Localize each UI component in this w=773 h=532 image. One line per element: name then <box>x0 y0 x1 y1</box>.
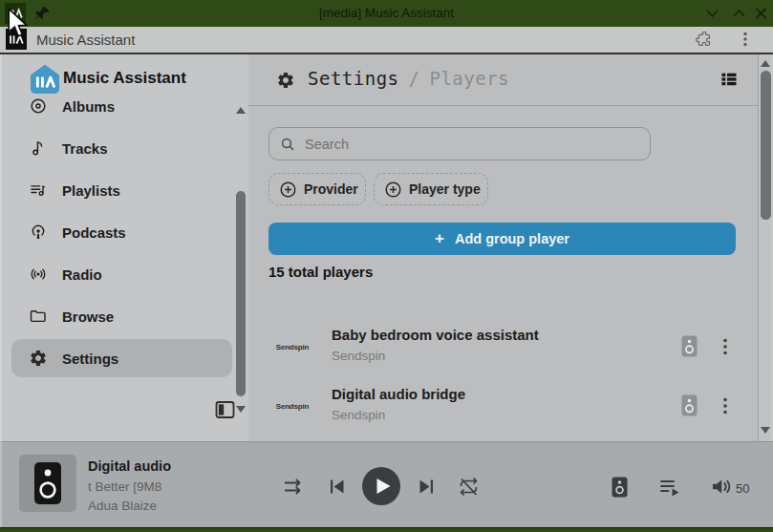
skip-previous-icon[interactable] <box>328 478 346 496</box>
now-playing-artist: Adua Blaize <box>88 499 157 513</box>
main-area: Music Assistant Albums Tracks <box>0 54 773 441</box>
window-minimize-icon[interactable] <box>705 7 719 20</box>
sidebar-item-label: Albums <box>62 98 115 115</box>
provider-wordmark: Sendspin <box>276 402 309 411</box>
sidebar-item-settings[interactable]: Settings <box>11 339 232 377</box>
folder-icon <box>29 307 48 326</box>
player-row[interactable]: Sendspin Digital audio bridge Sendspin <box>248 376 758 436</box>
window-bottom-border <box>0 528 773 532</box>
sidebar-item-playlists[interactable]: Playlists <box>11 171 232 209</box>
filter-chip-player-type[interactable]: Player type <box>374 173 488 205</box>
toolbar-page-title: Music Assistant <box>36 27 135 53</box>
plus-circle-icon <box>280 181 296 198</box>
filter-chip-label: Player type <box>409 181 481 197</box>
speaker-icon <box>32 460 63 506</box>
window-titlebar: [media] Music Assistant <box>0 0 773 27</box>
kebab-menu-icon[interactable] <box>718 396 733 415</box>
scroll-up-arrow[interactable] <box>761 60 770 67</box>
radio-broadcast-icon <box>29 265 48 284</box>
application-window: [media] Music Assistant Music Assistant <box>0 0 773 532</box>
window-maximize-icon[interactable] <box>732 7 746 20</box>
repeat-off-icon[interactable] <box>458 477 480 497</box>
filter-chip-provider[interactable]: Provider <box>268 173 366 205</box>
sidebar-item-label: Tracks <box>62 140 108 157</box>
music-assistant-logo-icon <box>29 63 61 96</box>
sidebar-item-label: Podcasts <box>62 224 126 241</box>
collapse-sidebar-icon[interactable] <box>215 399 235 420</box>
kebab-menu-icon[interactable] <box>718 337 733 356</box>
search-icon <box>280 137 295 152</box>
play-button[interactable] <box>362 467 400 505</box>
sidebar-item-tracks[interactable]: Tracks <box>11 129 232 167</box>
album-icon <box>29 98 48 116</box>
volume-level: 50 <box>736 481 749 496</box>
scroll-up-arrow[interactable] <box>236 107 246 114</box>
settings-players-panel: Settings/Players Provi <box>248 54 758 441</box>
provider-wordmark: Sendspin <box>276 343 309 351</box>
total-players-count: 15 total players <box>268 264 373 280</box>
player-bar: Digital audio t Better [9M8 Adua Blaize <box>0 441 773 528</box>
speaker-select-icon[interactable] <box>612 477 628 498</box>
sidebar-nav: Albums Tracks Playlists <box>0 98 235 441</box>
window-close-icon[interactable] <box>754 7 768 20</box>
add-group-player-button[interactable]: + Add group player <box>268 223 736 255</box>
player-name: Digital audio bridge <box>332 386 465 402</box>
page-header: Settings/Players <box>248 54 758 106</box>
view-list-icon[interactable] <box>719 70 739 89</box>
now-playing-artwork[interactable] <box>19 455 76 512</box>
skip-next-icon[interactable] <box>418 478 436 496</box>
scrollbar-thumb[interactable] <box>761 71 771 220</box>
sidebar-item-albums[interactable]: Albums <box>11 98 232 125</box>
add-group-player-label: Add group player <box>455 231 569 246</box>
sidebar-scrollbar[interactable] <box>235 107 247 422</box>
provider-logo: Sendspin <box>268 317 317 376</box>
window-left-edge <box>0 54 2 527</box>
breadcrumb-section[interactable]: Settings <box>308 68 399 89</box>
sidebar-item-label: Settings <box>62 351 118 367</box>
sidebar-item-browse[interactable]: Browse <box>11 297 232 335</box>
search-input[interactable] <box>303 136 622 153</box>
provider-logo: Sendspin <box>268 376 317 436</box>
sidebar: Music Assistant Albums Tracks <box>0 54 248 441</box>
search-field[interactable] <box>268 127 651 160</box>
breadcrumb-separator: / <box>399 68 430 89</box>
scroll-down-arrow[interactable] <box>236 406 246 413</box>
playlist-play-icon[interactable] <box>659 479 680 496</box>
player-provider: Sendspin <box>332 408 385 422</box>
volume-icon[interactable] <box>711 478 733 496</box>
breadcrumb-page: Players <box>429 68 509 89</box>
plus-icon: + <box>435 229 444 248</box>
player-row[interactable]: Sendspin Baby bedroom voice assistant Se… <box>248 317 758 376</box>
speaker-icon <box>681 394 698 416</box>
puzzle-extension-icon[interactable] <box>695 30 714 49</box>
filter-chip-label: Provider <box>304 181 358 197</box>
shuffle-off-icon[interactable] <box>283 478 305 496</box>
sidebar-item-podcasts[interactable]: Podcasts <box>11 213 232 251</box>
scroll-down-arrow[interactable] <box>761 427 770 434</box>
scrollbar-thumb[interactable] <box>236 191 246 396</box>
kebab-menu-icon[interactable] <box>737 31 754 48</box>
music-note-icon <box>29 138 48 158</box>
now-playing-track: t Better [9M8 <box>88 479 161 494</box>
gear-icon <box>29 349 48 368</box>
play-icon <box>376 478 392 495</box>
player-name: Baby bedroom voice assistant <box>332 327 539 343</box>
browser-toolbar: Music Assistant <box>0 27 773 54</box>
app-name: Music Assistant <box>63 69 186 88</box>
main-scrollbar[interactable] <box>758 54 773 441</box>
window-title: [media] Music Assistant <box>0 0 773 27</box>
gear-icon <box>276 71 295 90</box>
podcast-icon <box>29 223 48 242</box>
sidebar-item-label: Radio <box>62 266 102 283</box>
speaker-icon <box>681 335 698 357</box>
playlist-music-icon <box>29 181 48 200</box>
sidebar-item-label: Browse <box>62 309 114 325</box>
plus-circle-icon <box>385 181 401 198</box>
now-playing-player-name[interactable]: Digital audio <box>88 458 171 474</box>
app-logo-icon <box>6 29 27 50</box>
player-provider: Sendspin <box>332 349 385 363</box>
sidebar-item-label: Playlists <box>62 182 120 199</box>
sidebar-item-radio[interactable]: Radio <box>11 255 232 293</box>
breadcrumb: Settings/Players <box>308 68 509 89</box>
